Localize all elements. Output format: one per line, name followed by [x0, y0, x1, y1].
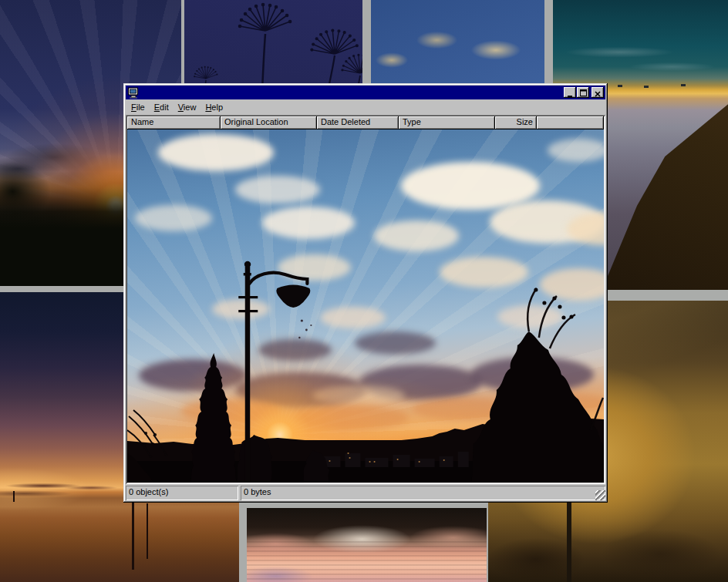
menu-help[interactable]: Help: [201, 101, 228, 113]
water-pole: [132, 499, 134, 570]
column-header-date-deleted[interactable]: Date Deleted: [317, 116, 399, 130]
folder-view-sunset-photo[interactable]: [127, 130, 604, 483]
status-bar: 0 object(s) 0 bytes: [126, 484, 605, 500]
minimize-button[interactable]: [564, 87, 576, 98]
recycle-bin-window: File Edit View Help Name Original Locati…: [123, 83, 608, 503]
column-header-row: Name Original Location Date Deleted Type…: [127, 116, 604, 130]
column-header-type[interactable]: Type: [399, 116, 495, 130]
water-pole: [13, 491, 15, 502]
column-header-filler[interactable]: [537, 116, 604, 130]
title-bar[interactable]: [126, 86, 605, 99]
status-byte-count: 0 bytes: [241, 486, 605, 500]
minimize-icon: [567, 91, 573, 98]
column-header-original-location[interactable]: Original Location: [221, 116, 317, 130]
lamp-pole-blurred: [567, 497, 571, 582]
maximize-button[interactable]: [577, 87, 589, 98]
system-menu-computer-icon[interactable]: [127, 87, 140, 99]
menu-view[interactable]: View: [174, 101, 201, 113]
client-area: Name Original Location Date Deleted Type…: [126, 115, 605, 484]
ripples: [247, 541, 487, 582]
resize-grip[interactable]: [595, 490, 605, 500]
close-button[interactable]: [592, 87, 604, 98]
menu-file[interactable]: File: [126, 101, 150, 113]
maximize-icon: [580, 89, 587, 98]
close-icon: [595, 90, 601, 98]
column-header-size[interactable]: Size: [495, 116, 537, 130]
wallpaper-photo-water-reflection: [247, 508, 487, 582]
status-object-count: 0 object(s): [126, 486, 238, 500]
menu-bar: File Edit View Help: [126, 99, 605, 115]
photo-silhouettes: [127, 130, 604, 483]
menu-edit[interactable]: Edit: [150, 101, 174, 113]
column-header-name[interactable]: Name: [127, 116, 221, 130]
water-pole: [147, 503, 148, 559]
